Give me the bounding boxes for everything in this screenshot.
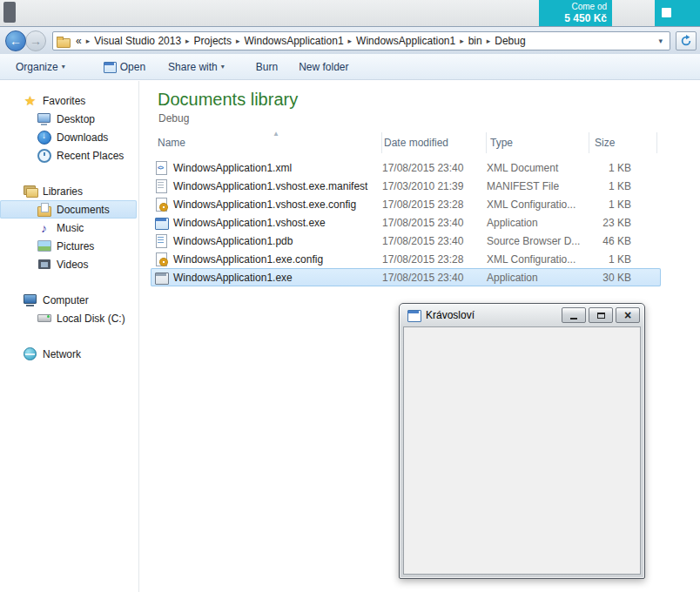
breadcrumb-item[interactable]: WindowsApplication1 [241, 32, 347, 50]
forward-button[interactable] [25, 30, 46, 51]
desktop-shortcut-icon[interactable] [3, 2, 16, 23]
sidebar-group-libraries[interactable]: Libraries [0, 182, 138, 200]
sidebar-item-downloads[interactable]: Downloads [0, 128, 138, 146]
file-size: 30 KB [589, 272, 657, 284]
recent-places-icon [37, 148, 51, 163]
sidebar-item-pictures[interactable]: Pictures [0, 237, 138, 255]
share-with-button[interactable]: Share with [165, 58, 228, 76]
column-header-name[interactable]: Name [154, 132, 382, 153]
organize-button[interactable]: Organize [12, 58, 69, 76]
file-date-modified: 17/08/2015 23:28 [382, 253, 487, 266]
form-title: Krávosloví [426, 309, 475, 321]
sidebar-item-recent-places[interactable]: Recent Places [0, 146, 138, 165]
file-date-modified: 17/03/2010 21:39 [382, 180, 487, 192]
new-folder-label: New folder [299, 61, 348, 73]
open-button[interactable]: Open [100, 58, 149, 76]
form-window: Krávosloví [399, 303, 645, 579]
sidebar-item-label: Pictures [57, 240, 94, 252]
sidebar-group-favorites[interactable]: Favorites [0, 91, 138, 110]
file-row[interactable]: WindowsApplication1.vshost.exe.manifest … [151, 177, 661, 195]
breadcrumb-item[interactable]: Projects [191, 32, 235, 50]
sidebar-group-network[interactable]: Network [0, 345, 138, 363]
sidebar-item-label: Recent Places [57, 150, 124, 162]
computer-icon [23, 293, 37, 307]
column-header-type[interactable]: Type [487, 132, 589, 153]
burn-button[interactable]: Burn [252, 58, 281, 76]
file-row[interactable]: WindowsApplication1.vshost.exe 17/08/201… [151, 213, 661, 232]
sidebar-item-desktop[interactable]: Desktop [0, 110, 138, 128]
desktop-ad-tile [655, 0, 700, 26]
file-row[interactable]: WindowsApplication1.pdb 17/08/2015 23:40… [151, 232, 661, 250]
share-with-label: Share with [168, 61, 218, 73]
burn-label: Burn [256, 61, 278, 73]
folder-icon [57, 36, 70, 47]
file-row[interactable]: WindowsApplication1.xml 17/08/2015 23:40… [151, 158, 661, 177]
documents-library-icon [37, 202, 51, 217]
file-date-modified: 17/08/2015 23:40 [382, 217, 487, 229]
file-size: 1 KB [589, 180, 657, 192]
minimize-button[interactable] [562, 307, 586, 323]
address-bar[interactable]: « Visual Studio 2013 Projects WindowsApp… [52, 31, 670, 50]
back-button[interactable] [5, 30, 26, 51]
command-toolbar: Organize Open Share with Burn New folder [0, 54, 700, 80]
file-name: WindowsApplication1.exe.config [173, 253, 323, 266]
file-size: 1 KB [589, 198, 657, 211]
maximize-button[interactable] [589, 307, 613, 323]
file-row[interactable]: WindowsApplication1.exe.config 17/08/201… [151, 250, 661, 268]
column-header-date-modified[interactable]: Date modified [382, 132, 487, 153]
library-subtitle[interactable]: Debug [158, 112, 700, 125]
minimize-icon [570, 318, 577, 320]
application-icon [154, 216, 168, 230]
breadcrumb-item[interactable]: WindowsApplication1 [353, 32, 459, 50]
pdb-file-icon [154, 234, 168, 248]
file-date-modified: 17/08/2015 23:28 [382, 198, 487, 211]
star-icon [23, 93, 37, 108]
sidebar-group-computer[interactable]: Computer [0, 291, 138, 309]
breadcrumb-overflow[interactable]: « [72, 32, 85, 50]
sidebar-group-label: Computer [43, 294, 89, 306]
sidebar-item-videos[interactable]: Videos [0, 255, 138, 273]
file-size: 1 KB [589, 162, 657, 174]
close-button[interactable] [616, 307, 640, 323]
column-header-size[interactable]: Size [589, 132, 657, 153]
file-size: 1 KB [589, 253, 657, 266]
sidebar-group-label: Favorites [43, 95, 85, 107]
file-type: Application [487, 272, 589, 284]
file-list: WindowsApplication1.xml 17/08/2015 23:40… [139, 158, 700, 286]
file-type: XML Configuratio... [487, 198, 589, 211]
maximize-icon [597, 313, 605, 319]
file-type: XML Configuratio... [487, 253, 589, 266]
address-history-dropdown-icon[interactable] [655, 37, 666, 45]
file-name: WindowsApplication1.pdb [173, 235, 293, 247]
xml-document-icon [154, 161, 168, 175]
file-type: XML Document [487, 162, 589, 174]
file-date-modified: 17/08/2015 23:40 [382, 162, 487, 174]
new-folder-button[interactable]: New folder [295, 58, 352, 76]
downloads-icon [37, 130, 51, 145]
sidebar-item-local-disk-c[interactable]: Local Disk (C:) [0, 309, 138, 327]
file-row[interactable]: WindowsApplication1.vshost.exe.config 17… [151, 195, 661, 213]
sidebar-item-label: Videos [57, 259, 88, 271]
sidebar-item-documents[interactable]: Documents [0, 200, 137, 219]
manifest-file-icon [154, 179, 168, 193]
videos-icon [37, 257, 51, 272]
application-exe-icon [154, 271, 168, 285]
file-row-selected[interactable]: WindowsApplication1.exe 17/08/2015 23:40… [151, 268, 661, 286]
file-size: 46 KB [589, 235, 657, 247]
breadcrumb-item[interactable]: Debug [491, 32, 528, 50]
sidebar-item-label: Music [57, 222, 84, 234]
form-titlebar[interactable]: Krávosloví [400, 304, 644, 326]
breadcrumb-item[interactable]: Visual Studio 2013 [91, 32, 185, 50]
close-icon [624, 309, 631, 322]
config-file-icon [154, 198, 168, 212]
file-name: WindowsApplication1.exe [173, 272, 293, 284]
sort-ascending-icon[interactable] [273, 130, 279, 138]
config-file-icon [154, 252, 168, 266]
refresh-button[interactable] [676, 31, 697, 50]
dropdown-caret-icon [62, 63, 65, 71]
sidebar-item-label: Local Disk (C:) [57, 313, 125, 325]
breadcrumb-item[interactable]: bin [465, 32, 486, 50]
library-title: Documents library [158, 88, 700, 111]
sidebar-item-music[interactable]: Music [0, 219, 138, 237]
ad-text-line1: Come od [544, 2, 607, 12]
